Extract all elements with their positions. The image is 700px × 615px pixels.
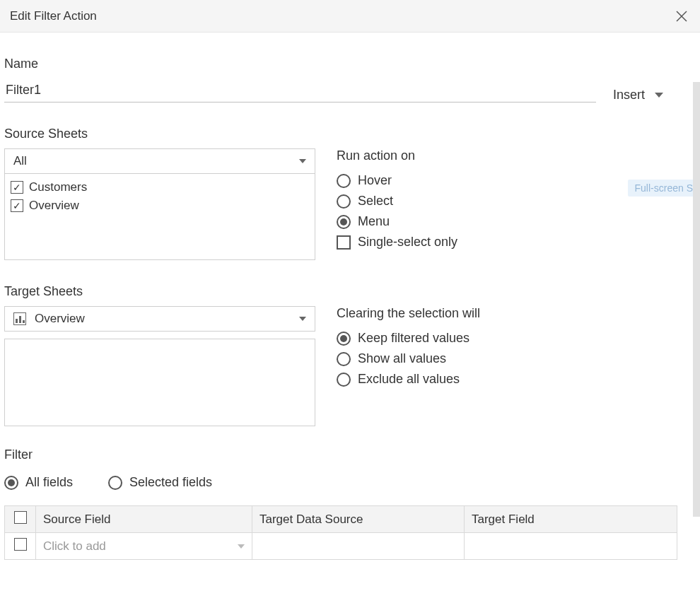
caret-down-icon [299, 317, 306, 321]
radio-icon [337, 174, 351, 188]
run-action-label: Run action on [337, 148, 696, 163]
name-input[interactable] [4, 78, 596, 102]
radio-icon [4, 476, 18, 490]
clearing-exclude[interactable]: Exclude all values [337, 369, 696, 390]
clearing-label: Clearing the selection will [337, 306, 696, 321]
col-source-field: Source Field [36, 506, 252, 533]
close-icon [675, 10, 688, 23]
checkbox-icon[interactable] [14, 538, 27, 551]
sheet-item-label: Customers [29, 180, 87, 194]
target-sheets-list[interactable] [4, 339, 315, 426]
source-field-cell[interactable]: Click to add [36, 533, 252, 560]
filter-table: Source Field Target Data Source Target F… [4, 505, 677, 560]
name-row: Insert [4, 78, 696, 102]
filter-selected-fields[interactable]: Selected fields [108, 472, 212, 493]
caret-down-icon [238, 544, 245, 549]
target-sheets-row: Overview Clearing the selection will Kee… [4, 306, 696, 426]
radio-icon [337, 373, 351, 387]
radio-icon [337, 332, 351, 346]
clearing-showall[interactable]: Show all values [337, 348, 696, 369]
sheet-item-label: Overview [29, 199, 79, 213]
target-sheets-dropdown[interactable]: Overview [4, 306, 315, 332]
row-checkbox-cell[interactable] [5, 533, 36, 560]
checkbox-icon[interactable] [14, 511, 27, 524]
close-button[interactable] [673, 8, 690, 25]
radio-label: Select [358, 194, 393, 209]
source-sheets-dropdown-value: All [13, 154, 27, 168]
filter-label: Filter [4, 447, 696, 462]
name-label: Name [4, 57, 696, 71]
single-select-only[interactable]: Single-select only [337, 232, 696, 252]
header-checkbox-cell[interactable] [5, 506, 36, 533]
checkbox-label: Single-select only [358, 235, 457, 250]
scrollbar[interactable] [693, 82, 700, 517]
run-action-menu[interactable]: Menu [337, 211, 696, 232]
insert-dropdown[interactable]: Insert [613, 88, 667, 102]
dialog-title: Edit Filter Action [10, 9, 97, 23]
target-field-cell[interactable] [465, 533, 677, 560]
filter-scope: All fields Selected fields [4, 472, 696, 493]
table-header-row: Source Field Target Data Source Target F… [5, 506, 677, 533]
source-sheets-list[interactable]: Customers Overview [4, 174, 315, 260]
radio-icon [337, 352, 351, 366]
col-target-ds: Target Data Source [252, 506, 465, 533]
radio-icon [108, 476, 122, 490]
source-sheets-dropdown[interactable]: All [4, 148, 315, 174]
col-target-field: Target Field [465, 506, 677, 533]
radio-label: Menu [358, 214, 390, 229]
filter-all-fields[interactable]: All fields [4, 472, 73, 493]
radio-icon [337, 215, 351, 229]
sheet-item-customers[interactable]: Customers [11, 178, 309, 197]
radio-label: All fields [25, 475, 73, 490]
target-sheets-label: Target Sheets [4, 284, 696, 299]
checkbox-icon[interactable] [11, 181, 23, 194]
insert-label: Insert [613, 88, 645, 102]
checkbox-icon[interactable] [11, 199, 23, 212]
table-row[interactable]: Click to add [5, 533, 677, 560]
run-action-select[interactable]: Select [337, 191, 696, 211]
bar-chart-icon [13, 312, 26, 325]
radio-label: Exclude all values [358, 372, 460, 387]
run-action-hover[interactable]: Hover [337, 170, 696, 191]
clearing-keep[interactable]: Keep filtered values [337, 328, 696, 348]
dialog-body: Name Insert Source Sheets All Customers … [0, 33, 700, 615]
radio-label: Keep filtered values [358, 331, 469, 346]
source-sheets-label: Source Sheets [4, 127, 696, 141]
caret-down-icon [299, 159, 306, 163]
caret-down-icon [655, 93, 663, 98]
source-sheets-row: All Customers Overview Run action on Hov… [4, 148, 696, 260]
target-ds-cell[interactable] [252, 533, 465, 560]
dialog-header: Edit Filter Action [0, 0, 700, 33]
target-sheets-dropdown-value: Overview [35, 312, 85, 326]
add-placeholder: Click to add [43, 539, 106, 554]
radio-label: Selected fields [129, 475, 212, 490]
checkbox-icon [337, 235, 351, 250]
radio-label: Show all values [358, 351, 446, 366]
radio-icon [337, 194, 351, 209]
radio-label: Hover [358, 173, 392, 188]
sheet-item-overview[interactable]: Overview [11, 197, 309, 215]
